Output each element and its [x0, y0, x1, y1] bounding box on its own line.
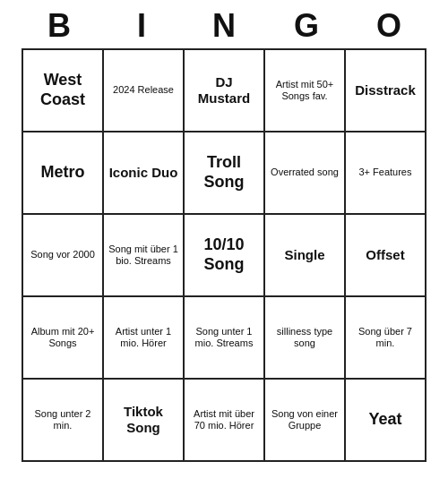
- bingo-letter: O: [349, 7, 428, 45]
- bingo-cell-14: Offset: [346, 215, 426, 297]
- bingo-cell-7: Troll Song: [185, 132, 265, 215]
- bingo-cell-0: West Coast: [23, 50, 104, 132]
- bingo-cell-10: Song vor 2000: [23, 215, 104, 297]
- bingo-cell-9: 3+ Features: [346, 132, 426, 215]
- bingo-cell-18: silliness type song: [265, 297, 346, 380]
- bingo-letter: G: [267, 7, 346, 45]
- bingo-cell-16: Artist unter 1 mio. Hörer: [104, 297, 185, 380]
- bingo-grid: West Coast2024 ReleaseDJ MustardArtist m…: [22, 48, 426, 462]
- bingo-cell-24: Yeat: [346, 380, 426, 462]
- bingo-cell-21: Tiktok Song: [104, 380, 185, 462]
- bingo-cell-11: Song mit über 1 bio. Streams: [104, 215, 185, 297]
- bingo-cell-20: Song unter 2 min.: [23, 380, 104, 462]
- bingo-cell-15: Album mit 20+ Songs: [23, 297, 104, 380]
- bingo-cell-3: Artist mit 50+ Songs fav.: [265, 50, 346, 132]
- bingo-cell-19: Song über 7 min.: [346, 297, 426, 380]
- bingo-cell-13: Single: [265, 215, 346, 297]
- bingo-cell-2: DJ Mustard: [185, 50, 265, 132]
- bingo-cell-23: Song von einer Gruppe: [265, 380, 346, 462]
- bingo-cell-12: 10/10 Song: [185, 215, 265, 297]
- bingo-letter: I: [102, 7, 181, 45]
- bingo-title: BINGO: [18, 0, 430, 48]
- bingo-cell-8: Overrated song: [265, 132, 346, 215]
- bingo-cell-22: Artist mit über 70 mio. Hörer: [185, 380, 265, 462]
- bingo-cell-1: 2024 Release: [104, 50, 185, 132]
- bingo-cell-5: Metro: [23, 132, 104, 215]
- bingo-letter: B: [20, 7, 99, 45]
- bingo-cell-6: Iconic Duo: [104, 132, 185, 215]
- bingo-cell-4: Disstrack: [346, 50, 426, 132]
- bingo-letter: N: [185, 7, 263, 45]
- bingo-cell-17: Song unter 1 mio. Streams: [185, 297, 265, 380]
